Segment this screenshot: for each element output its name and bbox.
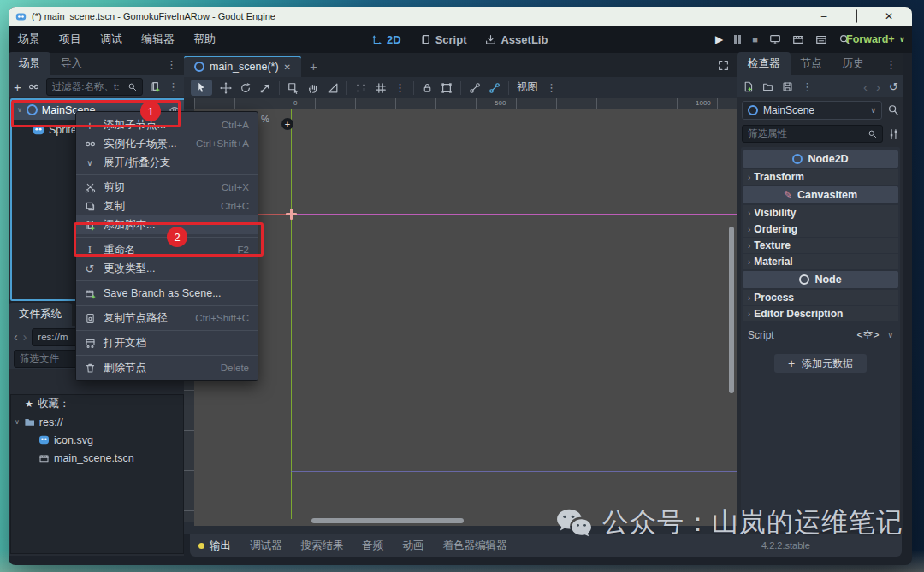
bottom-tab-debugger[interactable]: 调试器 <box>240 539 292 553</box>
nav-back-icon[interactable]: ‹ <box>14 330 18 344</box>
workspace-assetlib[interactable]: AssetLib <box>477 33 555 46</box>
workspace-script[interactable]: Script <box>412 33 475 46</box>
bottom-tab-output[interactable]: 输出 <box>206 539 240 553</box>
grid-snap-icon[interactable] <box>375 82 387 94</box>
pause-button[interactable] <box>734 35 741 44</box>
play-button[interactable]: ▶ <box>715 33 723 45</box>
dock-options-icon[interactable]: ⋮ <box>166 58 177 71</box>
file-row-icon-svg[interactable]: icon.svg <box>11 431 183 449</box>
file-row-main-scene[interactable]: main_scene.tscn <box>11 449 183 467</box>
save-icon[interactable] <box>782 81 793 92</box>
group-process[interactable]: › Process <box>743 290 898 305</box>
group-transform[interactable]: › Transform <box>743 169 898 185</box>
history-icon[interactable]: ↺ <box>889 80 898 93</box>
snap-options-icon[interactable]: ⋮ <box>394 81 406 94</box>
new-scene-tab-button[interactable]: + <box>310 59 317 77</box>
close-tab-icon[interactable]: ✕ <box>284 62 291 72</box>
minimize-button[interactable]: – <box>808 10 840 22</box>
renderer-selector[interactable]: Forward+ ∨ <box>846 26 905 53</box>
select-tool-button[interactable] <box>191 80 212 96</box>
group-texture[interactable]: › Texture <box>743 238 898 253</box>
class-header-canvasitem[interactable]: ✎ CanvasItem <box>743 186 898 203</box>
load-resource-folder-icon[interactable] <box>762 81 773 92</box>
menu-item-instantiate-child-scene[interactable]: 实例化子场景... Ctrl+Shift+A <box>76 134 258 153</box>
menu-item-save-branch-as-scene[interactable]: Save Branch as Scene... <box>76 284 258 303</box>
new-resource-icon[interactable] <box>743 81 754 92</box>
instance-scene-button[interactable] <box>28 81 39 92</box>
tab-node[interactable]: 节点 <box>791 52 832 75</box>
title-bar[interactable]: (*) main_scene.tscn - GomokuFiveInARow -… <box>9 7 912 26</box>
property-filter-input[interactable]: 筛选属性 <box>742 125 883 143</box>
favorites-row[interactable]: ★ 收藏： <box>11 395 183 413</box>
horizontal-scrollbar[interactable] <box>311 518 464 523</box>
class-header-node[interactable]: Node <box>743 271 898 288</box>
list-select-tool-icon[interactable] <box>287 82 299 94</box>
inspector-options-icon[interactable]: ⋮ <box>886 58 897 71</box>
menu-item-change-type[interactable]: ↺ 更改类型... <box>76 259 258 278</box>
move-tool-icon[interactable] <box>220 82 232 94</box>
tab-filesystem[interactable]: 文件系统 <box>9 303 72 326</box>
collapse-icon[interactable]: ∨ <box>15 418 20 426</box>
smart-snap-icon[interactable] <box>355 82 367 94</box>
maximize-button[interactable] <box>840 10 873 22</box>
res-root-row[interactable]: ∨ res:// <box>11 413 183 431</box>
node-selector-dropdown[interactable]: MainScene ∨ <box>742 101 882 120</box>
tab-import[interactable]: 导入 <box>50 52 92 75</box>
ik-bone-icon[interactable] <box>489 82 500 94</box>
workspace-2d[interactable]: 2D <box>364 33 409 46</box>
history-forward-icon[interactable]: › <box>876 80 880 94</box>
lock-icon[interactable] <box>422 82 433 94</box>
class-header-node2d[interactable]: Node2D <box>743 150 898 168</box>
menu-project[interactable]: 项目 <box>50 32 91 47</box>
vertical-scrollbar[interactable] <box>729 227 734 393</box>
skeleton-bone-icon[interactable] <box>469 82 481 94</box>
property-filter-options-icon[interactable] <box>888 128 899 139</box>
bottom-tab-animation[interactable]: 动画 <box>394 539 434 553</box>
stop-button[interactable]: ■ <box>752 34 758 44</box>
canvas-toolbar-options-icon[interactable]: ⋮ <box>546 81 557 94</box>
movie-writer-button[interactable] <box>815 33 827 45</box>
scene-tree-options-icon[interactable]: ⋮ <box>168 80 179 93</box>
menu-scene[interactable]: 场景 <box>9 32 50 47</box>
tab-scene[interactable]: 场景 <box>9 52 50 75</box>
menu-item-expand-collapse-branch[interactable]: ∨ 展开/折叠分支 <box>76 153 258 172</box>
zoom-reset-button[interactable]: + <box>281 118 293 130</box>
scene-filter-input[interactable]: 过滤器:名称、t: <box>46 78 143 96</box>
view-menu[interactable]: 视图 <box>517 80 538 95</box>
open-docs-search-icon[interactable] <box>887 104 899 116</box>
resource-options-icon[interactable]: ⋮ <box>802 80 813 93</box>
scale-tool-icon[interactable] <box>259 82 271 94</box>
bottom-tab-shader-editor[interactable]: 着色器编辑器 <box>434 539 517 553</box>
menu-item-cut[interactable]: 剪切 Ctrl+X <box>76 178 258 197</box>
add-metadata-button[interactable]: + 添加元数据 <box>774 354 867 373</box>
nav-forward-icon[interactable]: › <box>23 330 27 344</box>
attach-script-button[interactable] <box>150 81 161 92</box>
remote-debug-button[interactable] <box>769 33 781 45</box>
menu-item-copy-node-path[interactable]: 复制节点路径 Ctrl+Shift+C <box>76 309 258 327</box>
zoom-percent-label[interactable]: % <box>261 114 270 124</box>
add-node-button[interactable]: + <box>14 80 21 94</box>
group-icon[interactable] <box>441 82 453 94</box>
close-button[interactable]: ✕ <box>873 10 905 22</box>
tab-inspector[interactable]: 检查器 <box>737 52 791 75</box>
scene-tab-main-scene[interactable]: main_scene(*) ✕ <box>184 56 301 77</box>
pan-tool-icon[interactable] <box>307 82 319 94</box>
group-ordering[interactable]: › Ordering <box>743 221 898 237</box>
menu-item-copy[interactable]: 复制 Ctrl+C <box>76 197 258 215</box>
bottom-tab-search-results[interactable]: 搜索结果 <box>292 539 353 553</box>
menu-item-delete-node[interactable]: 删除节点 Delete <box>76 358 258 377</box>
group-material[interactable]: › Material <box>743 254 898 269</box>
viewport-canvas[interactable]: % + <box>194 109 737 526</box>
menu-item-open-documentation[interactable]: 打开文档 <box>76 333 258 352</box>
expand-editor-icon[interactable] <box>718 60 729 71</box>
script-property-value[interactable]: <空> <box>856 328 879 343</box>
bottom-tab-audio[interactable]: 音频 <box>353 539 394 553</box>
chevron-down-icon[interactable]: ∨ <box>887 331 893 339</box>
menu-help[interactable]: 帮助 <box>184 32 225 47</box>
menu-editor[interactable]: 编辑器 <box>132 32 184 47</box>
rotate-tool-icon[interactable] <box>240 82 252 94</box>
tab-history[interactable]: 历史 <box>832 52 874 75</box>
menu-debug[interactable]: 调试 <box>91 32 132 47</box>
group-editor-description[interactable]: › Editor Description <box>743 306 898 321</box>
ruler-tool-icon[interactable] <box>327 82 339 94</box>
